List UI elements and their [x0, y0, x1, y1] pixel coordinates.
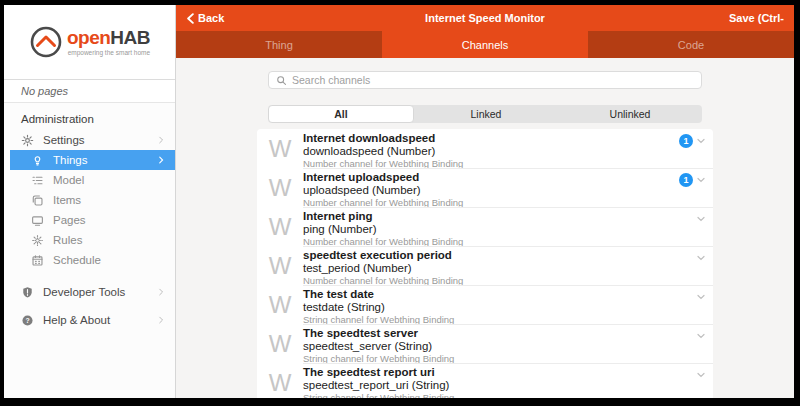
openhab-logo-icon [29, 25, 63, 59]
sidebar-item-pages[interactable]: Pages [4, 210, 175, 230]
tab-bar: Thing Channels Code [176, 31, 794, 58]
sidebar-item-label: Items [53, 194, 81, 206]
channel-row-speedtest-report-uri[interactable]: W The speedtest report uri speedtest_rep… [257, 363, 713, 398]
chevron-down-icon[interactable] [695, 330, 707, 342]
channel-title: speedtest execution period [303, 249, 695, 262]
channel-list: W Internet downloadspeed downloadspeed (… [257, 129, 713, 398]
lightbulb-icon [30, 153, 44, 167]
search-input[interactable] [292, 74, 694, 86]
model-tree-icon [30, 173, 44, 187]
channel-row-test-period[interactable]: W speedtest execution period test_period… [257, 246, 713, 285]
svg-text:?: ? [25, 316, 29, 323]
logo-tagline: empowering the smart home [67, 49, 150, 56]
logo-wordmark: openHAB [67, 28, 150, 48]
sidebar-item-label: Schedule [53, 254, 101, 266]
filter-linked[interactable]: Linked [414, 105, 558, 123]
items-copy-icon [30, 193, 44, 207]
channel-id: speedtest_server (String) [303, 340, 695, 353]
sidebar: openHAB empowering the smart home No pag… [4, 5, 176, 398]
sidebar-spacer [4, 302, 175, 310]
sidebar-item-label: Model [53, 174, 84, 186]
channel-title: Internet ping [303, 210, 695, 223]
channel-id: downloadspeed (Number) [303, 145, 679, 158]
channels-content: All Linked Unlinked W Internet downloads… [176, 58, 794, 398]
logo-panel: openHAB empowering the smart home [4, 5, 175, 80]
chevron-right-icon [156, 155, 166, 165]
help-icon: ? [20, 313, 34, 327]
filter-all[interactable]: All [268, 105, 414, 123]
page-title: Internet Speed Monitor [176, 12, 794, 24]
channel-id: speedtest_report_uri (String) [303, 379, 695, 392]
filter-unlinked[interactable]: Unlinked [558, 105, 702, 123]
search-icon [276, 75, 287, 86]
no-pages-label: No pages [4, 80, 175, 103]
chevron-down-icon[interactable] [695, 369, 707, 381]
sidebar-item-developer-tools[interactable]: Developer Tools [4, 282, 175, 302]
channel-title: Internet uploadspeed [303, 171, 679, 184]
chevron-right-icon [156, 287, 166, 297]
sidebar-item-model[interactable]: Model [4, 170, 175, 190]
sidebar-item-rules[interactable]: Rules [4, 230, 175, 250]
main-panel: Back Internet Speed Monitor Save (Ctrl- … [176, 5, 794, 398]
channel-row-ping[interactable]: W Internet ping ping (Number) Number cha… [257, 207, 713, 246]
channel-description: String channel for Webthing Binding [303, 392, 695, 398]
sidebar-item-label: Settings [43, 134, 85, 146]
sidebar-item-settings[interactable]: Settings [4, 130, 175, 150]
channel-row-uploadspeed[interactable]: W Internet uploadspeed uploadspeed (Numb… [257, 168, 713, 207]
schedule-calendar-icon [30, 253, 44, 267]
developer-tools-icon [20, 285, 34, 299]
save-button[interactable]: Save (Ctrl- [729, 12, 784, 24]
binding-letter-icon: W [257, 363, 303, 398]
sidebar-spacer [4, 270, 175, 282]
chevron-down-icon[interactable] [695, 135, 707, 147]
tab-thing[interactable]: Thing [176, 31, 382, 58]
channel-id: testdate (String) [303, 301, 695, 314]
channel-id: uploadspeed (Number) [303, 184, 679, 197]
tab-channels[interactable]: Channels [382, 31, 588, 58]
chevron-down-icon[interactable] [695, 174, 707, 186]
binding-letter-icon: W [257, 207, 303, 246]
top-navbar: Back Internet Speed Monitor Save (Ctrl- [176, 5, 794, 31]
chevron-down-icon[interactable] [695, 252, 707, 264]
channel-title: The speedtest server [303, 327, 695, 340]
binding-letter-icon: W [257, 324, 303, 363]
sidebar-item-label: Help & About [43, 314, 110, 326]
openhab-logo: openHAB empowering the smart home [29, 25, 150, 59]
channel-row-downloadspeed[interactable]: W Internet downloadspeed downloadspeed (… [257, 129, 713, 168]
channel-row-speedtest-server[interactable]: W The speedtest server speedtest_server … [257, 324, 713, 363]
binding-letter-icon: W [257, 168, 303, 207]
filter-segmented-control: All Linked Unlinked [268, 105, 702, 123]
chevron-right-icon [156, 315, 166, 325]
search-bar [268, 71, 702, 89]
back-button[interactable]: Back [186, 12, 224, 24]
sidebar-item-help-about[interactable]: ? Help & About [4, 310, 175, 330]
gear-icon [20, 133, 34, 147]
channel-title: The test date [303, 288, 695, 301]
back-label: Back [198, 12, 224, 24]
chevron-down-icon[interactable] [695, 291, 707, 303]
sidebar-item-label: Rules [53, 234, 82, 246]
pages-display-icon [30, 213, 44, 227]
channel-id: ping (Number) [303, 223, 695, 236]
channel-row-testdate[interactable]: W The test date testdate (String) String… [257, 285, 713, 324]
sidebar-item-things[interactable]: Things [10, 150, 175, 170]
channel-title: The speedtest report uri [303, 366, 695, 379]
app-window: openHAB empowering the smart home No pag… [4, 5, 794, 398]
linked-count-badge: 1 [679, 173, 693, 187]
binding-letter-icon: W [257, 129, 303, 168]
binding-letter-icon: W [257, 246, 303, 285]
sidebar-item-items[interactable]: Items [4, 190, 175, 210]
chevron-left-icon [186, 13, 195, 24]
sidebar-item-label: Things [53, 154, 88, 166]
tab-code[interactable]: Code [588, 31, 794, 58]
rules-sparkle-icon [30, 233, 44, 247]
sidebar-item-label: Developer Tools [43, 286, 125, 298]
sidebar-item-label: Pages [53, 214, 86, 226]
chevron-right-icon [156, 135, 166, 145]
chevron-down-icon[interactable] [695, 213, 707, 225]
channel-id: test_period (Number) [303, 262, 695, 275]
channel-title: Internet downloadspeed [303, 132, 679, 145]
linked-count-badge: 1 [679, 134, 693, 148]
sidebar-section-administration: Administration [4, 103, 175, 130]
sidebar-item-schedule[interactable]: Schedule [4, 250, 175, 270]
